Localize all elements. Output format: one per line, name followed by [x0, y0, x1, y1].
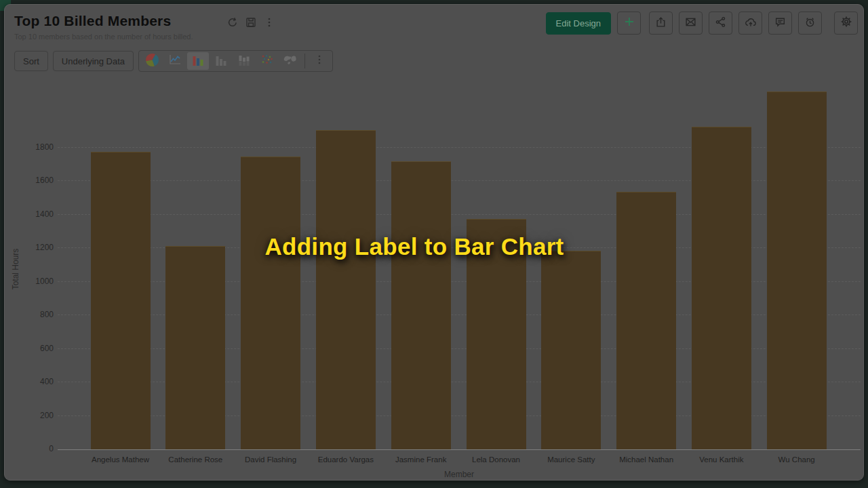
y-tick-label: 1200 [13, 243, 54, 252]
y-tick-label: 1000 [13, 277, 54, 286]
x-tick-label: Lela Donovan [458, 455, 534, 464]
bar[interactable] [541, 251, 601, 449]
x-tick-label: David Flashing [233, 455, 309, 464]
bar[interactable] [692, 127, 751, 449]
x-axis-title: Member [58, 470, 861, 479]
y-tick-label: 800 [13, 310, 54, 319]
x-tick-label: Maurice Satty [533, 455, 609, 464]
bar[interactable] [91, 152, 151, 449]
x-tick-label: Jasmine Frank [383, 455, 459, 464]
x-tick-label: Michael Nathan [608, 455, 684, 464]
y-tick-label: 1800 [13, 142, 54, 152]
plot-area [58, 89, 861, 450]
y-tick-label: 200 [13, 411, 54, 420]
y-tick-label: 1400 [13, 209, 54, 219]
y-tick-label: 0 [13, 444, 54, 453]
bar[interactable] [391, 161, 451, 449]
x-tick-label: Venu Karthik [684, 455, 760, 464]
y-tick-label: 1600 [13, 176, 54, 185]
tutorial-caption: Adding Label to Bar Chart [264, 233, 564, 260]
bar[interactable] [316, 130, 376, 449]
x-tick-label: Catherine Rose [157, 455, 233, 464]
x-tick-label: Angelus Mathew [83, 455, 159, 464]
bar[interactable] [241, 157, 300, 449]
bar[interactable] [767, 92, 827, 449]
x-tick-label: Wu Chang [759, 455, 835, 464]
y-tick-label: 400 [13, 377, 54, 386]
x-tick-label: Eduardo Vargas [308, 455, 384, 464]
bar[interactable] [165, 246, 225, 449]
y-tick-label: 600 [13, 344, 54, 353]
bar[interactable] [616, 192, 676, 449]
